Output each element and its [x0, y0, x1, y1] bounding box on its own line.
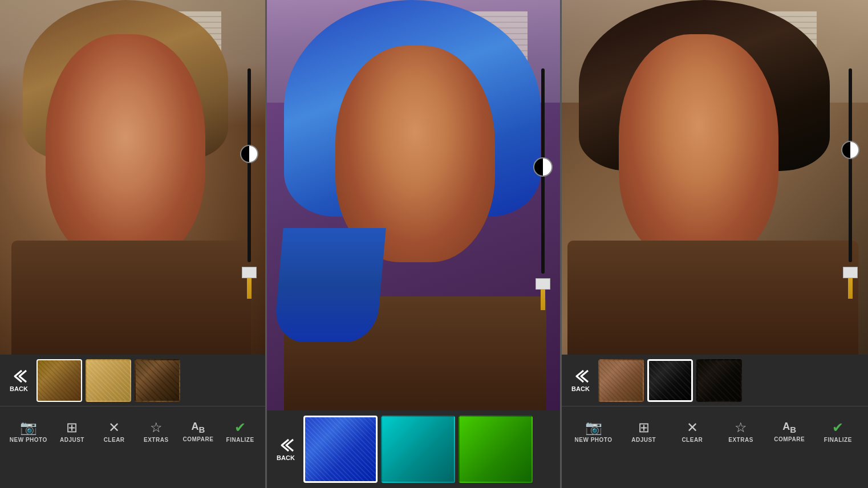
opacity-slider-right[interactable] [841, 68, 860, 296]
toolbar-right: BACK 📷 NEW PHOTO ⊞ ADJUST ✕ CLEAR [562, 355, 868, 488]
photo-area-right [562, 0, 868, 355]
hair-swatches-right: BACK [562, 355, 868, 406]
new-photo-button-right[interactable]: 📷 NEW PHOTO [575, 421, 613, 443]
face-right [619, 34, 778, 262]
back-label-left: BACK [10, 385, 28, 392]
brush-icon-middle [533, 278, 553, 310]
clear-button-left[interactable]: ✕ CLEAR [97, 421, 131, 443]
swatch-dark-brown-left[interactable] [135, 359, 180, 402]
clear-label-right: CLEAR [682, 437, 703, 443]
opacity-slider-left[interactable] [240, 68, 259, 296]
extras-label-left: EXTRAS [144, 437, 169, 443]
adjust-button-left[interactable]: ⊞ ADJUST [55, 421, 89, 443]
app-container: BACK 📷 NEW PHOTO ⊞ ADJUST ✕ CLEAR [0, 0, 868, 488]
compare-label-left: COMPARE [183, 436, 214, 442]
extras-button-right[interactable]: ☆ EXTRAS [724, 421, 758, 443]
compare-label-right: COMPARE [774, 436, 805, 442]
face-left [46, 34, 205, 262]
slider-thumb-right[interactable] [841, 141, 859, 159]
back-button-right[interactable]: BACK [566, 368, 595, 392]
compare-button-left[interactable]: AB COMPARE [181, 421, 215, 442]
clear-label-left: CLEAR [104, 437, 125, 443]
swatch-blue-middle[interactable] [303, 416, 378, 483]
adjust-label-left: ADJUST [60, 437, 84, 443]
back-arrow-icon-middle [277, 437, 294, 453]
adjust-label-right: ADJUST [631, 437, 656, 443]
compare-button-right[interactable]: AB COMPARE [772, 421, 806, 442]
swatch-medium-brown-right[interactable] [598, 359, 644, 402]
back-label-middle: BACK [277, 454, 295, 461]
star-icon-right: ☆ [735, 421, 747, 434]
brush-icon-right [841, 267, 860, 299]
star-icon-left: ☆ [150, 421, 163, 434]
shirt-right [567, 241, 858, 355]
new-photo-label-left: NEW PHOTO [10, 437, 47, 443]
opacity-slider-middle[interactable] [533, 68, 553, 308]
adjust-icon-right: ⊞ [638, 421, 650, 434]
hair-swatches-left: BACK [0, 355, 267, 406]
finalize-label-left: FINALIZE [226, 437, 254, 443]
back-button-left[interactable]: BACK [5, 368, 33, 392]
swatch-very-dark-right[interactable] [696, 359, 742, 402]
slider-thumb-middle[interactable] [533, 157, 553, 177]
swatch-blonde-left[interactable] [86, 359, 131, 402]
back-button-middle[interactable]: BACK [271, 437, 300, 461]
swatch-brown-left[interactable] [36, 359, 82, 402]
panel-right: BACK 📷 NEW PHOTO ⊞ ADJUST ✕ CLEAR [562, 0, 868, 488]
compare-icon-right: AB [782, 421, 796, 434]
adjust-icon-left: ⊞ [66, 421, 78, 434]
swatch-green-middle[interactable] [459, 416, 533, 483]
toolbar-middle: BACK [267, 410, 562, 488]
action-bar-right: 📷 NEW PHOTO ⊞ ADJUST ✕ CLEAR ☆ EXTRAS AB [562, 406, 868, 457]
new-photo-button-left[interactable]: 📷 NEW PHOTO [10, 421, 47, 443]
hair-side-left-middle [273, 228, 386, 342]
action-bar-left: 📷 NEW PHOTO ⊞ ADJUST ✕ CLEAR ☆ EXTRAS AB [0, 406, 267, 457]
extras-label-right: EXTRAS [728, 437, 753, 443]
brush-icon-left [240, 267, 259, 299]
new-photo-label-right: NEW PHOTO [575, 437, 613, 443]
back-arrow-icon-left [10, 368, 27, 384]
swatch-teal-middle[interactable] [381, 416, 455, 483]
photo-area-left [0, 0, 267, 355]
panel-left: BACK 📷 NEW PHOTO ⊞ ADJUST ✕ CLEAR [0, 0, 267, 488]
finalize-button-left[interactable]: ✔ FINALIZE [223, 421, 257, 443]
shirt-left [11, 241, 251, 355]
camera-icon-left: 📷 [20, 421, 37, 434]
hair-swatches-middle: BACK [267, 410, 562, 488]
photo-area-middle [267, 0, 562, 410]
back-arrow-icon-right [572, 368, 589, 384]
x-icon-left: ✕ [108, 421, 120, 434]
finalize-label-right: FINALIZE [824, 437, 852, 443]
compare-icon-left: AB [192, 421, 205, 434]
adjust-button-right[interactable]: ⊞ ADJUST [627, 421, 661, 443]
check-icon-left: ✔ [234, 421, 246, 434]
extras-button-left[interactable]: ☆ EXTRAS [139, 421, 173, 443]
swatch-black-right[interactable] [647, 359, 693, 402]
x-icon-right: ✕ [687, 421, 698, 434]
clear-button-right[interactable]: ✕ CLEAR [675, 421, 709, 443]
toolbar-left: BACK 📷 NEW PHOTO ⊞ ADJUST ✕ CLEAR [0, 355, 267, 488]
finalize-button-right[interactable]: ✔ FINALIZE [821, 421, 855, 443]
panel-middle: BACK [267, 0, 562, 488]
back-label-right: BACK [571, 385, 590, 392]
camera-icon-right: 📷 [585, 421, 602, 434]
slider-thumb-left[interactable] [240, 145, 258, 163]
check-icon-right: ✔ [832, 421, 843, 434]
